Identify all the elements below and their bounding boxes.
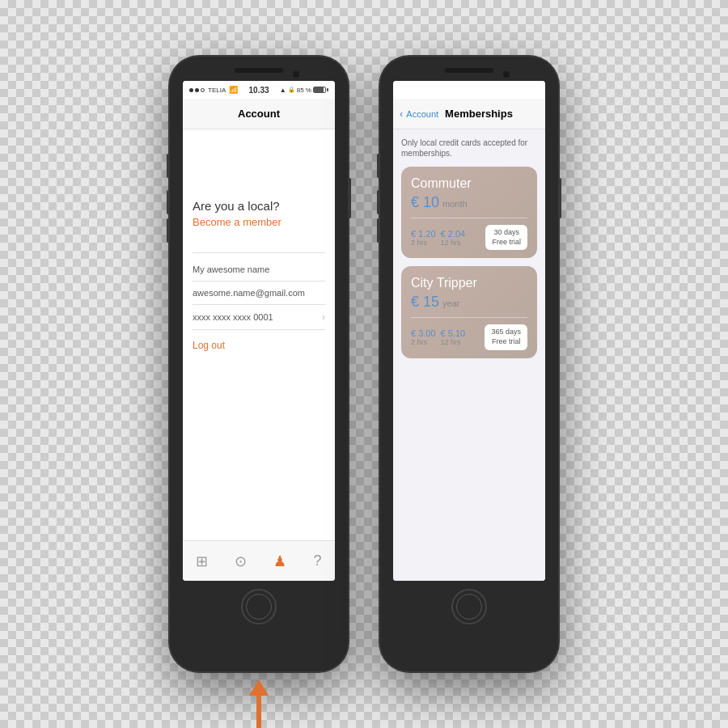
home-button[interactable] [241, 589, 277, 624]
tab-person-icon[interactable]: ♟ [273, 552, 286, 570]
divider-top [193, 252, 325, 253]
city-tripper-options: € 3.00 2 hrs € 5.10 12 hrs 365 daysFree … [411, 324, 527, 349]
city-tripper-rate-2: € 5.10 12 hrs [441, 328, 466, 346]
city-tripper-rate-1-price: € 3.00 [411, 328, 436, 338]
status-left: TELIA 📶 [189, 86, 238, 94]
battery-percent: 85 % [297, 87, 311, 94]
chevron-icon: › [322, 311, 325, 323]
tab-help-icon[interactable]: ? [313, 552, 321, 569]
time-label: 10.33 [249, 86, 269, 95]
phone-memberships: ‹ Account Memberships Only local credit … [380, 57, 558, 671]
home-button-inner [246, 594, 272, 620]
commuter-rate-1-duration: 2 hrs [411, 239, 427, 247]
camera-dot [293, 71, 299, 78]
city-tripper-card[interactable]: City Tripper € 15 year € 3.00 2 hrs € 5.… [401, 266, 537, 358]
city-tripper-price-row: € 15 year [411, 294, 527, 311]
account-heading: Are you a local? [193, 199, 325, 213]
commuter-trial-badge[interactable]: 30 daysFree trial [485, 225, 527, 250]
commuter-rate-2-duration: 12 hrs [441, 239, 461, 247]
logout-button[interactable]: Log out [193, 340, 325, 351]
tab-bike-icon[interactable]: ⊙ [235, 552, 247, 570]
arrow-annotation [249, 679, 269, 728]
city-tripper-rate-1-duration: 2 hrs [411, 338, 427, 346]
account-nav-title: Account [238, 108, 280, 120]
signal-dot-2 [195, 88, 199, 92]
back-button[interactable]: Account [406, 109, 438, 119]
city-tripper-title: City Tripper [411, 276, 527, 290]
memberships-content: Only local credit cards accepted for mem… [393, 129, 545, 581]
field-name: My awesome name [193, 258, 325, 281]
commuter-card[interactable]: Commuter € 10 month € 1.20 2 hrs € 2.04 … [401, 167, 537, 258]
speaker-2 [445, 68, 493, 73]
memberships-nav-title: Memberships [445, 108, 513, 120]
memberships-subtitle: Only local credit cards accepted for mem… [401, 138, 537, 159]
back-chevron-icon: ‹ [400, 108, 403, 120]
commuter-period: month [442, 199, 468, 209]
signal-dot-1 [189, 88, 193, 92]
field-name-value: My awesome name [193, 265, 269, 274]
commuter-price-row: € 10 month [411, 194, 527, 211]
field-card[interactable]: xxxx xxxx xxxx 0001 › [193, 305, 325, 330]
camera-dot-2 [503, 71, 510, 78]
commuter-title: Commuter [411, 176, 527, 191]
commuter-rate-1: € 1.20 2 hrs [411, 229, 436, 247]
arrow-up [249, 679, 269, 696]
battery-indicator [313, 87, 328, 93]
city-tripper-period: year [442, 298, 459, 308]
field-email: awesome.name@gmail.com [193, 281, 325, 305]
tab-map-icon[interactable]: ⊞ [196, 552, 208, 570]
home-button-2[interactable] [451, 589, 487, 624]
status-bar-2 [393, 81, 545, 99]
commuter-rate-1-price: € 1.20 [411, 229, 436, 239]
phone-account: TELIA 📶 10.33 ▲ 🔒 85 % Account Are you a… [170, 57, 348, 671]
signal-dot-3 [201, 88, 205, 92]
commuter-options: € 1.20 2 hrs € 2.04 12 hrs 30 daysFree t… [411, 225, 527, 250]
city-tripper-rate-2-duration: 12 hrs [441, 338, 461, 346]
speaker [235, 68, 283, 73]
field-card-value: xxxx xxxx xxxx 0001 [193, 312, 273, 322]
status-right: ▲ 🔒 85 % [280, 87, 328, 94]
wifi-icon: 📶 [229, 86, 238, 94]
arrow-stem [256, 696, 261, 728]
city-tripper-rate-2-price: € 5.10 [441, 328, 466, 338]
city-tripper-price: € 15 [411, 294, 439, 311]
city-tripper-rate-1: € 3.00 2 hrs [411, 328, 436, 346]
memberships-nav-bar: ‹ Account Memberships [393, 99, 545, 129]
carrier-label: TELIA [208, 87, 226, 94]
commuter-divider [411, 218, 527, 218]
account-nav-bar: Account [183, 99, 335, 129]
home-button-inner-2 [456, 594, 482, 620]
commuter-rate-2-price: € 2.04 [441, 229, 466, 239]
field-email-value: awesome.name@gmail.com [193, 288, 305, 298]
lock-icon: 🔒 [288, 87, 295, 93]
location-icon: ▲ [280, 87, 286, 94]
memberships-screen: ‹ Account Memberships Only local credit … [393, 81, 545, 581]
commuter-rate-2: € 2.04 12 hrs [441, 229, 466, 247]
status-bar: TELIA 📶 10.33 ▲ 🔒 85 % [183, 81, 335, 99]
account-screen: TELIA 📶 10.33 ▲ 🔒 85 % Account Are you a… [183, 81, 335, 581]
commuter-price: € 10 [411, 194, 439, 211]
tab-bar: ⊞ ⊙ ♟ ? [183, 540, 335, 581]
city-tripper-divider [411, 317, 527, 318]
become-member-link[interactable]: Become a member [193, 216, 325, 228]
account-content: Are you a local? Become a member My awes… [183, 129, 335, 540]
city-tripper-trial-badge[interactable]: 365 daysFree trial [485, 324, 527, 349]
